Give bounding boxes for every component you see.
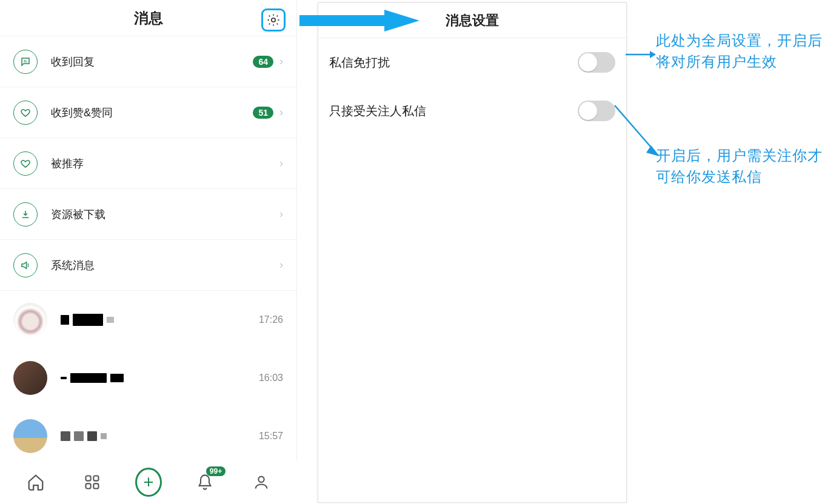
nav-profile[interactable] [248,469,275,496]
conversation-row[interactable]: 16:03 [0,349,296,407]
setting-followers-only: 只接受关注人私信 [318,87,626,135]
category-system[interactable]: 系统消息 › [0,240,296,291]
settings-panel: 消息设置 私信免打扰 只接受关注人私信 [318,2,627,503]
category-recommended[interactable]: 被推荐 › [0,138,296,189]
nav-create[interactable]: + [135,469,162,496]
speaker-icon [13,253,38,277]
conversation-row[interactable]: 15:57 [0,407,296,465]
conversation-time: 16:03 [259,373,283,383]
category-list: 收到回复 64 › 收到赞&赞同 51 › 被推荐 › 资源被下载 › [0,36,296,291]
annotation-arrow-1 [624,48,656,61]
annotation-text-1: 此处为全局设置，开启后将对所有用户生效 [656,30,832,73]
settings-title: 消息设置 [446,12,499,30]
toggle-followers-only[interactable] [578,101,615,121]
conversation-row[interactable]: 17:26 [0,291,296,349]
chevron-right-icon: › [279,55,283,68]
nav-home[interactable] [22,469,49,496]
avatar [13,361,47,395]
chevron-right-icon: › [279,157,283,170]
category-label: 收到回复 [51,55,253,69]
messages-title: 消息 [134,8,163,28]
chevron-right-icon: › [279,208,283,220]
category-likes[interactable]: 收到赞&赞同 51 › [0,87,296,138]
category-label: 资源被下载 [51,207,279,222]
messages-panel: 消息 收到回复 64 › 收到赞&赞同 51 › [0,0,297,504]
svg-rect-3 [85,483,90,488]
annotation-text-2: 开启后，用户需关注你才可给你发送私信 [656,145,832,188]
category-downloads[interactable]: 资源被下载 › [0,189,296,240]
plus-icon: + [135,468,162,497]
svg-point-5 [259,477,264,482]
conversation-time: 15:57 [259,431,283,442]
nav-notifications[interactable]: 99+ [192,469,218,496]
conversation-time: 17:26 [259,314,283,325]
svg-rect-2 [93,476,98,481]
toggle-knob [579,102,597,120]
heart-icon [13,101,38,125]
bottom-nav: + 99+ [0,460,297,504]
avatar [13,419,47,453]
conversation-preview [61,373,259,383]
heart-icon [13,151,38,176]
chevron-right-icon: › [279,259,283,271]
category-label: 收到赞&赞同 [51,105,253,120]
svg-rect-1 [85,476,90,481]
toggle-knob [579,53,597,71]
svg-point-0 [272,18,275,22]
setting-label: 只接受关注人私信 [329,103,578,119]
count-badge: 64 [253,56,273,68]
setting-dnd: 私信免打扰 [318,38,626,87]
conversation-preview [61,314,259,326]
svg-rect-4 [93,483,98,488]
avatar [13,303,47,337]
setting-label: 私信免打扰 [329,55,578,71]
category-label: 被推荐 [51,156,279,171]
conversation-preview [61,431,259,441]
settings-button[interactable] [261,8,286,31]
nav-apps[interactable] [79,469,105,496]
gear-icon [266,13,281,27]
chevron-right-icon: › [279,106,283,119]
notification-badge: 99+ [206,466,226,476]
settings-header: 消息设置 [318,3,626,38]
chat-icon [13,50,38,74]
toggle-dnd[interactable] [578,52,615,73]
count-badge: 51 [253,107,273,119]
category-replies[interactable]: 收到回复 64 › [0,36,296,87]
download-icon [13,202,38,227]
category-label: 系统消息 [51,258,279,273]
messages-header: 消息 [0,0,296,36]
